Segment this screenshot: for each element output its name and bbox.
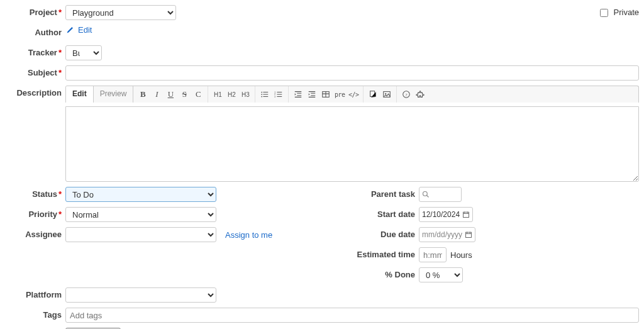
required-marker: * [58,68,62,77]
hours-label: Hours [450,250,472,260]
editor-toolbar: Edit Preview B I U S C H1 H2 H3 123 [65,86,639,103]
required-marker: * [58,8,62,17]
table-button[interactable] [319,86,333,103]
assign-to-me-link[interactable]: Assign to me [225,230,272,240]
project-label: Project [30,8,57,17]
start-date-input[interactable]: 12/10/2024 [419,207,473,222]
private-label: Private [614,5,639,20]
link-button[interactable] [366,86,380,103]
author-label: Author [35,28,62,37]
svg-rect-13 [464,212,469,217]
extension-button[interactable] [413,86,427,103]
subject-input[interactable] [65,65,639,81]
assignee-label: Assignee [25,230,62,239]
plattform-label: Plattform [26,290,62,299]
tags-label: Tags [43,310,62,320]
pre-button[interactable]: pre [333,86,347,103]
svg-point-2 [262,96,263,98]
status-select[interactable]: To Do [65,187,216,202]
plattform-select[interactable] [65,287,216,303]
due-date-input[interactable]: mm/dd/yyyy [419,227,475,242]
outdent-button[interactable] [291,86,305,103]
due-date-label: Due date [380,230,415,239]
tracker-label: Tracker [28,48,57,57]
calendar-icon [462,211,470,218]
indent-button[interactable] [305,86,319,103]
description-textarea[interactable] [65,106,639,182]
help-button[interactable]: ? [399,86,413,103]
h2-button[interactable]: H2 [225,86,238,103]
bold-button[interactable]: B [136,86,150,103]
description-label: Description [16,88,62,98]
image-button[interactable] [380,86,394,103]
svg-point-12 [423,192,428,196]
tab-preview[interactable]: Preview [94,86,134,103]
clear-format-button[interactable]: C [191,86,205,103]
svg-text:?: ? [406,92,408,98]
tracker-select[interactable]: Bug [65,45,102,60]
svg-point-0 [262,92,263,93]
svg-rect-14 [466,232,472,237]
code-button[interactable]: </> [347,86,360,103]
calendar-icon [465,231,472,238]
svg-point-9 [386,93,387,94]
project-select[interactable]: Playground [65,5,176,20]
priority-select[interactable]: Normal [65,207,216,222]
svg-text:3: 3 [274,95,276,98]
underline-button[interactable]: U [164,86,177,103]
search-icon [422,191,430,198]
status-label: Status [32,189,57,199]
estimated-time-label: Estimated time [357,250,415,259]
svg-point-1 [262,94,263,95]
tab-edit[interactable]: Edit [66,86,94,103]
tags-input[interactable] [65,308,639,323]
ul-button[interactable] [258,86,272,103]
start-date-label: Start date [377,209,415,219]
ol-button[interactable]: 123 [272,86,286,103]
h3-button[interactable]: H3 [238,86,252,103]
private-checkbox[interactable] [600,9,608,17]
assignee-select[interactable] [65,227,216,242]
h1-button[interactable]: H1 [211,86,225,103]
estimated-time-input[interactable] [419,247,447,262]
priority-label: Priority [28,209,57,219]
italic-button[interactable]: I [150,86,164,103]
strikethrough-button[interactable]: S [177,86,191,103]
subject-label: Subject [28,68,57,77]
pencil-icon [65,26,74,35]
percent-done-label: % Done [385,270,415,279]
parent-task-label: Parent task [371,189,415,199]
percent-done-select[interactable]: 0 % [419,267,463,282]
required-marker: * [58,48,62,57]
edit-author-link[interactable]: Edit [78,25,92,35]
